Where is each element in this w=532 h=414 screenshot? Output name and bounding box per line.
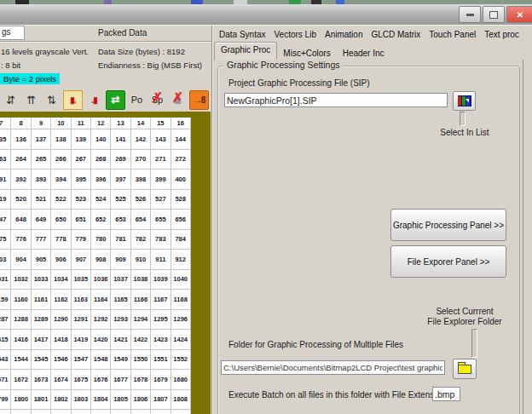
table-cell[interactable]: 135	[0, 129, 11, 150]
table-cell[interactable]: 655	[151, 210, 171, 230]
table-cell[interactable]: 1675	[71, 370, 90, 390]
table-cell[interactable]: 519	[0, 189, 11, 210]
table-cell[interactable]: 1167	[151, 290, 171, 310]
table-cell[interactable]: 775	[0, 229, 11, 250]
maximize-button[interactable]	[483, 6, 505, 23]
table-cell[interactable]: 7	[0, 118, 11, 129]
table-cell[interactable]: 1036	[90, 269, 110, 290]
table-cell[interactable]: 1419	[71, 330, 90, 350]
swap-vertical-icon[interactable]: ⇅	[43, 91, 61, 109]
table-cell[interactable]: 138	[51, 129, 71, 150]
table-cell[interactable]: 526	[130, 189, 150, 210]
table-cell[interactable]: 647	[0, 210, 11, 230]
table-cell[interactable]: 1928	[11, 410, 31, 414]
table-cell[interactable]: 1547	[71, 349, 90, 370]
table-cell[interactable]: 524	[90, 189, 110, 210]
table-cell[interactable]: 141	[111, 129, 130, 150]
table-cell[interactable]: 781	[111, 229, 130, 250]
table-cell[interactable]: 272	[171, 149, 190, 170]
table-cell[interactable]: 527	[151, 189, 171, 210]
table-cell[interactable]: 1672	[11, 370, 31, 390]
table-cell[interactable]: 1680	[171, 370, 190, 390]
table-cell[interactable]: 911	[151, 250, 171, 270]
tab-misc-colors[interactable]: Misc+Colors	[277, 46, 336, 60]
table-cell[interactable]: 1418	[51, 330, 71, 350]
table-cell[interactable]: 1677	[111, 370, 130, 390]
table-cell[interactable]: 520	[11, 189, 31, 210]
table-cell[interactable]: 528	[171, 189, 190, 210]
table-cell[interactable]: 1163	[71, 290, 90, 310]
table-cell[interactable]: 523	[71, 189, 90, 210]
tab-vectors-lib[interactable]: Vectors Lib	[269, 28, 320, 41]
msb-first-icon[interactable]: ▮.	[63, 90, 83, 110]
tab-data-syntax[interactable]: Data Syntax	[215, 28, 269, 41]
table-cell[interactable]: 1935	[151, 410, 171, 414]
sp-disabled-icon[interactable]: Sp✗	[148, 91, 166, 109]
table-cell[interactable]: 1034	[51, 269, 71, 290]
table-cell[interactable]: 1162	[51, 290, 71, 310]
table-cell[interactable]: 654	[130, 210, 150, 230]
table-cell[interactable]: 1417	[31, 330, 50, 350]
table-cell[interactable]: 653	[111, 210, 130, 230]
table-cell[interactable]: 1292	[90, 309, 110, 330]
arrows-up-icon[interactable]: ⇈	[22, 91, 40, 109]
table-cell[interactable]: 1805	[111, 389, 130, 410]
table-cell[interactable]: 143	[151, 129, 171, 150]
table-cell[interactable]: 270	[130, 149, 150, 170]
table-cell[interactable]: 396	[90, 170, 110, 190]
table-cell[interactable]: 1165	[111, 290, 130, 310]
table-cell[interactable]: 1931	[71, 410, 90, 414]
table-cell[interactable]: 1933	[111, 410, 130, 414]
table-cell[interactable]: 1032	[11, 269, 31, 290]
table-cell[interactable]: 1934	[130, 410, 150, 414]
table-cell[interactable]: 1159	[0, 290, 11, 310]
table-cell[interactable]: 11	[71, 118, 90, 129]
table-cell[interactable]: 271	[151, 149, 171, 170]
table-cell[interactable]: 265	[31, 149, 50, 170]
table-cell[interactable]: 776	[11, 229, 31, 250]
table-cell[interactable]: 1800	[11, 389, 31, 410]
table-cell[interactable]: 1421	[111, 330, 130, 350]
table-cell[interactable]: 907	[71, 250, 90, 270]
table-cell[interactable]: 391	[0, 170, 11, 190]
tab-graphic-proc[interactable]: Graphic Proc	[214, 42, 277, 60]
folder-path-input[interactable]	[221, 360, 445, 375]
table-cell[interactable]: 13	[111, 118, 130, 129]
table-cell[interactable]: 1289	[31, 309, 50, 330]
table-cell[interactable]: 784	[171, 229, 190, 250]
table-cell[interactable]: 139	[71, 129, 90, 150]
select-in-list-button[interactable]	[453, 91, 476, 111]
table-cell[interactable]: 648	[11, 210, 31, 230]
table-cell[interactable]: 1293	[111, 309, 130, 330]
table-cell[interactable]: 1287	[0, 309, 11, 330]
table-cell[interactable]: 651	[71, 210, 90, 230]
table-cell[interactable]: 1550	[130, 349, 150, 370]
table-cell[interactable]: 400	[171, 170, 190, 190]
table-cell[interactable]: 1037	[111, 269, 130, 290]
table-cell[interactable]: 1545	[31, 349, 50, 370]
table-cell[interactable]: 16	[171, 118, 190, 129]
close-button[interactable]: ✕	[506, 6, 532, 23]
settings-tab-partial[interactable]: gs	[0, 26, 25, 40]
table-cell[interactable]: 398	[130, 170, 150, 190]
table-cell[interactable]: 1803	[71, 389, 90, 410]
table-cell[interactable]: 1548	[90, 349, 110, 370]
lsb-first-icon[interactable]: .▮	[85, 91, 103, 109]
browse-folder-button[interactable]	[453, 359, 477, 379]
sip-file-input[interactable]	[224, 93, 448, 107]
table-cell[interactable]: 649	[31, 210, 50, 230]
table-cell[interactable]: 1038	[130, 269, 150, 290]
table-cell[interactable]: 908	[90, 250, 110, 270]
table-cell[interactable]: 392	[11, 170, 31, 190]
table-cell[interactable]: 652	[90, 210, 110, 230]
table-cell[interactable]: 395	[71, 170, 90, 190]
shift-8-icon[interactable]: →8	[189, 90, 209, 110]
table-cell[interactable]: 1806	[130, 389, 150, 410]
table-cell[interactable]: 1040	[171, 269, 190, 290]
table-cell[interactable]: 782	[130, 229, 150, 250]
table-cell[interactable]: 1420	[90, 330, 110, 350]
table-cell[interactable]: 1808	[171, 389, 190, 410]
table-cell[interactable]: 1678	[130, 370, 150, 390]
table-cell[interactable]: 9	[31, 118, 50, 129]
table-cell[interactable]: 525	[111, 189, 130, 210]
